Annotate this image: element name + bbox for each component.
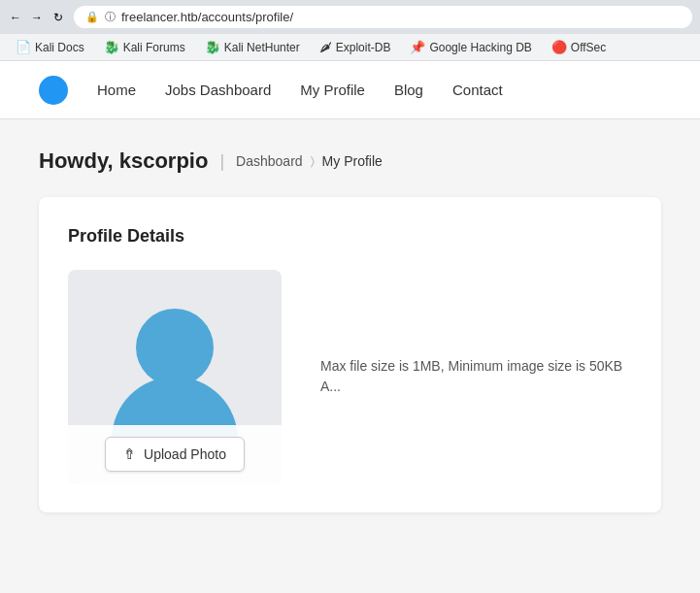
exploit-db-icon: 🌶 [319,40,332,54]
nav-my-profile[interactable]: My Profile [300,78,365,102]
kali-docs-icon: 📄 [16,40,31,54]
nav-home[interactable]: Home [97,78,136,102]
avatar-head [136,309,214,386]
lock-icon: 🔒 [85,11,99,23]
breadcrumb-arrow-icon: 〉 [311,154,315,168]
nav-blog[interactable]: Blog [394,78,423,102]
site-logo [39,76,68,105]
bookmark-google-hacking-db-label: Google Hacking DB [429,41,531,54]
breadcrumb-parent[interactable]: Dashboard [236,153,303,169]
breadcrumb-separator: | [219,151,224,172]
bookmark-offsec[interactable]: 🔴 OffSec [544,38,614,56]
profile-card: Profile Details ⇮ Upload Photo Max file … [39,197,661,512]
nav-links: Home Jobs Dashboard My Profile Blog Cont… [97,78,503,102]
info-icon: ⓘ [105,10,116,24]
nav-jobs-dashboard[interactable]: Jobs Dashboard [165,78,271,102]
kali-forums-icon: 🐉 [104,40,119,54]
kali-nethunter-icon: 🐉 [205,40,220,54]
upload-photo-label: Upload Photo [144,446,226,462]
bookmark-google-hacking-db[interactable]: 📌 Google Hacking DB [402,38,539,56]
browser-nav-icons: ← → ↻ [8,10,66,25]
bookmark-kali-forums[interactable]: 🐉 Kali Forums [96,38,193,56]
url-text: freelancer.htb/accounts/profile/ [121,10,293,24]
google-hacking-db-icon: 📌 [410,40,425,54]
card-title: Profile Details [68,226,632,247]
bookmark-exploit-db[interactable]: 🌶 Exploit-DB [312,38,399,56]
page-content: Howdy, kscorpio | Dashboard 〉 My Profile… [0,119,700,593]
avatar-upload-box: ⇮ Upload Photo [68,270,282,483]
bookmark-kali-docs[interactable]: 📄 Kali Docs [8,38,92,56]
upload-icon: ⇮ [123,445,136,463]
breadcrumb: Dashboard 〉 My Profile [236,153,383,169]
bookmark-kali-nethunter-label: Kali NetHunter [224,41,300,54]
bookmark-kali-nethunter[interactable]: 🐉 Kali NetHunter [197,38,308,56]
nav-contact[interactable]: Contact [452,78,503,102]
bookmarks-bar: 📄 Kali Docs 🐉 Kali Forums 🐉 Kali NetHunt… [0,34,700,61]
browser-chrome: ← → ↻ 🔒 ⓘ freelancer.htb/accounts/profil… [0,0,700,34]
site-nav: Home Jobs Dashboard My Profile Blog Cont… [0,61,700,119]
forward-icon[interactable]: → [29,10,45,25]
bookmark-kali-forums-label: Kali Forums [123,41,185,54]
offsec-icon: 🔴 [551,40,567,54]
bookmark-exploit-db-label: Exploit-DB [336,41,391,54]
upload-photo-button[interactable]: ⇮ Upload Photo [105,437,245,472]
reload-icon[interactable]: ↻ [50,10,66,25]
breadcrumb-section: Howdy, kscorpio | Dashboard 〉 My Profile [39,148,661,174]
page-greeting: Howdy, kscorpio [39,148,208,174]
address-bar[interactable]: 🔒 ⓘ freelancer.htb/accounts/profile/ [74,6,692,28]
bookmark-offsec-label: OffSec [571,41,606,54]
upload-btn-overlay: ⇮ Upload Photo [68,425,282,483]
breadcrumb-current: My Profile [322,153,383,169]
bookmark-kali-docs-label: Kali Docs [35,41,84,54]
profile-details-row: ⇮ Upload Photo Max file size is 1MB, Min… [68,270,632,483]
back-icon[interactable]: ← [8,10,23,25]
file-size-note: Max file size is 1MB, Minimum image size… [320,356,632,397]
